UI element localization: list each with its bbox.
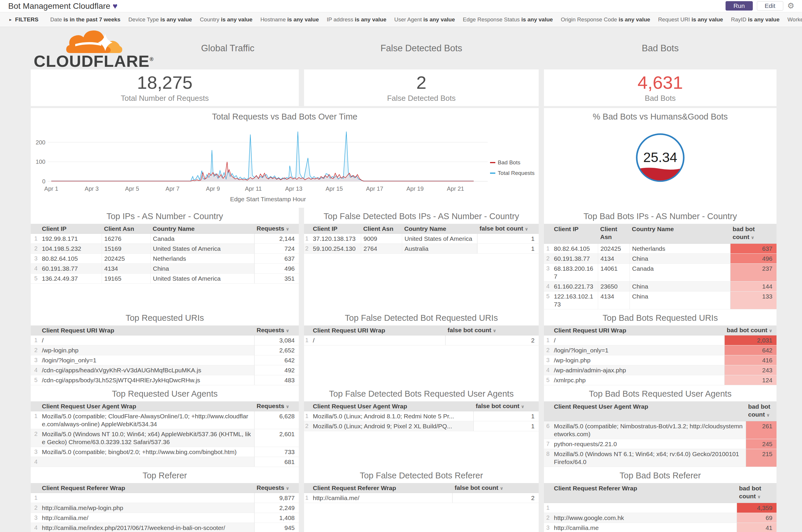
cell[interactable]: 215 <box>746 449 777 467</box>
filter-item-ip-address[interactable]: IP address is any value <box>327 16 387 23</box>
cell[interactable]: China <box>629 254 730 263</box>
column-header-requests[interactable]: Requests∨ <box>254 401 299 411</box>
cell[interactable]: / <box>40 336 254 345</box>
cell[interactable]: 4134 <box>598 254 629 263</box>
cell[interactable]: /xmlrpc.php <box>552 375 724 385</box>
column-header-country-name[interactable]: Country Name <box>402 224 477 233</box>
filter-item-request-uri[interactable]: Request URI is any value <box>658 16 723 23</box>
cell[interactable]: China <box>150 264 254 273</box>
cell[interactable]: Australia <box>402 244 477 253</box>
cell[interactable]: Mozilla/5.0 (Linux; Android 8.1.0; Redmi… <box>310 411 473 421</box>
cell[interactable]: United States of America <box>402 234 477 244</box>
cell[interactable]: United States of America <box>150 273 254 283</box>
column-header-country-name[interactable]: Country Name <box>150 224 254 233</box>
cell[interactable]: Mozilla/5.0 (Windows NT 10.0; Win64; x64… <box>40 429 254 447</box>
gear-icon[interactable]: ⚙ <box>787 1 795 11</box>
column-header-client-request-referer-wrap[interactable]: Client Request Referer Wrap <box>310 483 452 492</box>
cell[interactable]: 496 <box>730 254 777 263</box>
cell[interactable]: 416 <box>724 355 777 365</box>
column-header-client-request-uri-wrap[interactable]: Client Request URI Wrap <box>310 326 445 335</box>
cell[interactable]: 3,084 <box>254 336 299 345</box>
cell[interactable]: 6,628 <box>254 411 299 429</box>
filter-item-country[interactable]: Country is any value <box>200 16 252 23</box>
cell[interactable]: 2,144 <box>254 234 299 244</box>
filter-item-device-type[interactable]: Device Type is any value <box>128 16 192 23</box>
column-header-requests[interactable]: Requests∨ <box>254 483 299 493</box>
cell[interactable]: 202425 <box>102 254 150 263</box>
filter-item-edge-response-status[interactable]: Edge Response Status is any value <box>463 16 553 23</box>
cell[interactable]: 2,249 <box>254 503 299 513</box>
column-header-false-bot-count[interactable]: false bot count∨ <box>477 224 539 233</box>
run-button[interactable]: Run <box>726 1 753 11</box>
cell[interactable]: 104.198.5.232 <box>40 244 102 253</box>
column-header-client-request-uri-wrap[interactable]: Client Request URI Wrap <box>552 326 724 335</box>
cell[interactable]: Netherlands <box>150 254 254 263</box>
cell[interactable]: 642 <box>254 355 299 365</box>
cell[interactable]: 483 <box>254 375 299 385</box>
cell[interactable]: 14061 <box>598 264 629 281</box>
cell[interactable]: 80.82.64.105 <box>552 244 598 253</box>
column-header-client-asn[interactable]: Client Asn <box>361 224 402 233</box>
cell[interactable]: Mozilla/5.0 (Linux; Android 9; Pixel 2 X… <box>310 421 473 431</box>
cell[interactable]: 59.100.254.130 <box>310 244 361 253</box>
cell[interactable]: http://camilia.me/index.php/2017/06/17/w… <box>40 523 254 532</box>
cell[interactable] <box>40 457 254 467</box>
cell[interactable]: 124 <box>724 375 777 385</box>
column-header-client-request-referer-wrap[interactable]: Client Request Referer Wrap <box>40 483 254 492</box>
cell[interactable]: 724 <box>254 244 299 253</box>
cell[interactable]: 60.191.38.77 <box>552 254 598 263</box>
cell[interactable]: Mozilla/5.0 (compatible; CloudFlare-Alwa… <box>40 411 254 429</box>
cell[interactable]: 351 <box>254 273 299 283</box>
cell[interactable]: 2,031 <box>724 336 777 345</box>
column-header-requests[interactable]: Requests∨ <box>254 325 299 335</box>
cell[interactable]: 136.24.49.37 <box>40 273 102 283</box>
cell[interactable]: 37.120.138.173 <box>310 234 361 244</box>
cell[interactable]: http://camilia.me/wp-login.php <box>40 503 254 513</box>
cell[interactable]: http://camilia.me/ <box>310 493 452 503</box>
column-header-country-name[interactable]: Country Name <box>629 224 730 233</box>
column-header-bad-bot-count[interactable]: bad bot count∨ <box>746 401 777 419</box>
cell[interactable]: /login/?login_only=1 <box>40 355 254 365</box>
cell[interactable]: 2764 <box>361 244 402 253</box>
filter-item-date[interactable]: Date is in the past 7 weeks <box>50 16 120 23</box>
cell[interactable]: http://www.google.com.hk <box>552 513 737 522</box>
cell[interactable]: China <box>629 282 730 291</box>
cell[interactable]: 1,408 <box>254 513 299 522</box>
cell[interactable]: 681 <box>254 457 299 467</box>
column-header-client-request-user-agent-wrap[interactable]: Client Request User Agent Wrap <box>310 402 473 411</box>
cell[interactable]: China <box>629 291 730 309</box>
cell[interactable]: 637 <box>730 244 777 253</box>
cell[interactable]: /wp-admin/admin-ajax.php <box>552 365 724 375</box>
cell[interactable] <box>40 493 254 503</box>
cell[interactable]: 61.160.221.73 <box>552 282 598 291</box>
cell[interactable]: 496 <box>254 264 299 273</box>
column-header-client-request-referer-wrap[interactable]: Client Request Referer Wrap <box>552 483 737 493</box>
cell[interactable]: 245 <box>746 439 777 449</box>
cell[interactable]: 41 <box>737 523 777 532</box>
cell[interactable] <box>552 503 737 513</box>
filter-item-origin-response-code[interactable]: Origin Response Code is any value <box>561 16 650 23</box>
cell[interactable]: 2,601 <box>254 429 299 447</box>
cell[interactable]: 69 <box>737 513 777 522</box>
filter-item-hostname[interactable]: Hostname is any value <box>261 16 319 23</box>
cell[interactable]: 945 <box>254 523 299 532</box>
cell[interactable]: 1 <box>477 234 539 244</box>
column-header-bad-bot-count[interactable]: bad bot count∨ <box>737 483 777 501</box>
cell[interactable]: 243 <box>724 365 777 375</box>
cell[interactable]: /cdn-cgi/apps/head/xVgyKhR-vV3dAUGhMqfBc… <box>40 365 254 375</box>
cell[interactable]: 642 <box>724 345 777 355</box>
cell[interactable]: 1 <box>473 411 539 421</box>
cell[interactable]: http://camilia.me/ <box>40 513 254 522</box>
cell[interactable]: 637 <box>254 254 299 263</box>
cell[interactable]: Canada <box>629 264 730 281</box>
cell[interactable]: 2,652 <box>254 345 299 355</box>
cell[interactable]: 4134 <box>598 291 629 309</box>
cell[interactable]: 4,359 <box>737 503 777 513</box>
cell[interactable]: 192.99.8.171 <box>40 234 102 244</box>
cell[interactable]: 733 <box>254 447 299 457</box>
cell[interactable]: 80.82.64.105 <box>40 254 102 263</box>
column-header-client-asn[interactable]: Client Asn <box>102 224 150 233</box>
cell[interactable]: /login/?login_only=1 <box>552 345 724 355</box>
column-header-client-request-user-agent-wrap[interactable]: Client Request User Agent Wrap <box>552 401 746 411</box>
cell[interactable]: /cdn-cgi/apps/body/3Lh52SjWTQ4HRlErJykHq… <box>40 375 254 385</box>
